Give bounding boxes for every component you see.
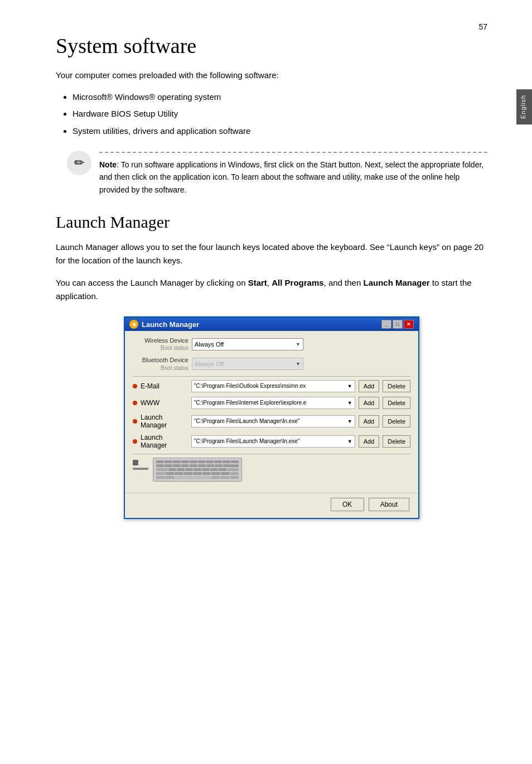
wireless-label: Wireless Device — [133, 337, 188, 344]
kb-key — [165, 464, 172, 467]
close-button[interactable]: ✕ — [404, 320, 414, 329]
wireless-value: Always Off — [195, 341, 224, 348]
lm1-path-text: "C:\Program Files\Launch Manager\ln.exe" — [194, 418, 299, 424]
note-label: Note — [99, 160, 117, 169]
software-list: Microsoft® Windows® operating system Har… — [56, 91, 487, 138]
kb-key — [156, 476, 165, 479]
kb-key — [156, 460, 164, 463]
kb-key — [215, 464, 223, 467]
wireless-label-block: Wireless Device Boot status — [133, 337, 188, 352]
para2-prefix: You can access the Launch Manager by cli… — [56, 278, 248, 287]
kb-key — [156, 468, 168, 471]
lm2-add-button[interactable]: Add — [359, 435, 380, 448]
keyboard-left-indicators — [133, 460, 148, 470]
page-number: 57 — [478, 22, 487, 31]
window-controls: _ □ ✕ — [381, 320, 414, 329]
kb-key — [190, 460, 197, 463]
list-item: Microsoft® Windows® operating system — [72, 91, 487, 104]
minimize-button[interactable]: _ — [381, 320, 391, 329]
email-path[interactable]: "C:\Program Files\Outlook Express\msimn.… — [191, 380, 355, 392]
kb-key — [185, 468, 193, 471]
www-bullet — [133, 401, 137, 405]
para2-start: Start — [248, 278, 267, 287]
bluetooth-dropdown: Always Off ▼ — [192, 358, 303, 370]
www-path[interactable]: "C:\Program Files\Internet Explorer\iexp… — [191, 397, 355, 409]
launch-manager-title: Launch Manager — [56, 213, 487, 232]
entry-row-www: WWW "C:\Program Files\Internet Explorer\… — [133, 397, 410, 409]
email-path-arrow: ▼ — [347, 383, 352, 389]
kb-key — [181, 460, 189, 463]
keyboard-section — [133, 458, 410, 482]
list-item: System utilities, drivers and applicatio… — [72, 125, 487, 138]
wireless-sub: Boot status — [133, 344, 188, 352]
para2-sep1: , — [267, 278, 272, 287]
kb-key — [173, 464, 181, 467]
kb-key — [219, 468, 226, 471]
lm2-path-text: "C:\Program Files\Launch Manager\ln.exe" — [194, 438, 299, 444]
wireless-dropdown-arrow: ▼ — [296, 342, 301, 347]
lm2-delete-button[interactable]: Delete — [383, 435, 410, 448]
email-add-button[interactable]: Add — [359, 380, 380, 392]
bluetooth-row: Bluetooth Device Boot status Always Off … — [133, 356, 410, 371]
email-label: E-Mail — [141, 382, 188, 390]
email-path-text: "C:\Program Files\Outlook Express\msimn.… — [194, 383, 306, 389]
kb-key — [156, 464, 164, 467]
kb-row-5 — [156, 476, 239, 479]
kb-key — [156, 472, 165, 475]
system-software-title: System software — [56, 33, 487, 58]
wireless-row: Wireless Device Boot status Always Off ▼ — [133, 337, 410, 352]
kb-key — [214, 460, 222, 463]
kb-key — [194, 468, 201, 471]
www-path-text: "C:\Program Files\Internet Explorer\iexp… — [194, 400, 306, 406]
ok-button[interactable]: OK — [331, 498, 364, 511]
lm1-label: Launch Manager — [141, 414, 188, 429]
kb-key — [210, 468, 218, 471]
page-container: 57 English System software Your computer… — [0, 0, 532, 764]
sidebar-language-tab: English — [516, 89, 532, 124]
note-body: To run software applications in Windows,… — [99, 160, 483, 194]
kb-key — [230, 472, 239, 475]
bluetooth-value: Always Off — [195, 361, 224, 367]
lm1-bullet — [133, 419, 137, 424]
lm1-delete-button[interactable]: Delete — [383, 415, 410, 427]
kb-spacebar — [175, 476, 211, 479]
lm2-path-arrow: ▼ — [347, 439, 352, 444]
www-label: WWW — [141, 399, 188, 407]
email-bullet — [133, 384, 137, 388]
kb-key — [193, 472, 202, 475]
note-content: Note: To run software applications in Wi… — [99, 148, 487, 196]
lm1-path[interactable]: "C:\Program Files\Launch Manager\ln.exe"… — [191, 415, 355, 427]
system-software-intro: Your computer comes preloaded with the f… — [56, 69, 487, 82]
email-delete-button[interactable]: Delete — [383, 380, 410, 392]
kb-key — [230, 476, 239, 479]
www-add-button[interactable]: Add — [359, 397, 380, 409]
bluetooth-label-block: Bluetooth Device Boot status — [133, 356, 188, 371]
window-footer: OK About — [125, 493, 418, 518]
lm1-path-arrow: ▼ — [347, 419, 352, 424]
about-button[interactable]: About — [369, 498, 409, 511]
maximize-button[interactable]: □ — [393, 320, 403, 329]
kb-key — [175, 472, 183, 475]
lm2-bullet — [133, 439, 137, 444]
lm2-label: Launch Manager — [141, 434, 188, 449]
kb-row-4 — [156, 472, 239, 475]
kb-key — [198, 460, 206, 463]
entry-row-lm1: Launch Manager "C:\Program Files\Launch … — [133, 414, 410, 429]
dashed-line — [99, 152, 487, 153]
para2-sep2: , and then — [324, 278, 364, 287]
window-titlebar: ★ Launch Manager _ □ ✕ — [125, 318, 418, 331]
wireless-dropdown[interactable]: Always Off ▼ — [192, 338, 303, 350]
kb-row-1 — [156, 460, 239, 463]
kb-row-2 — [156, 464, 239, 467]
bluetooth-label: Bluetooth Device — [133, 356, 188, 364]
kb-key — [177, 468, 185, 471]
launch-manager-window: ★ Launch Manager _ □ ✕ Wireless Device B… — [124, 316, 419, 519]
lm2-path[interactable]: "C:\Program Files\Launch Manager\ln.exe"… — [191, 435, 355, 448]
kb-key — [231, 460, 239, 463]
keyboard-graphic — [153, 458, 242, 482]
list-item: Hardware BIOS Setup Utility — [72, 108, 487, 121]
www-delete-button[interactable]: Delete — [383, 397, 410, 409]
lm1-add-button[interactable]: Add — [359, 415, 380, 427]
kb-key — [206, 460, 214, 463]
entry-row-email: E-Mail "C:\Program Files\Outlook Express… — [133, 380, 410, 392]
